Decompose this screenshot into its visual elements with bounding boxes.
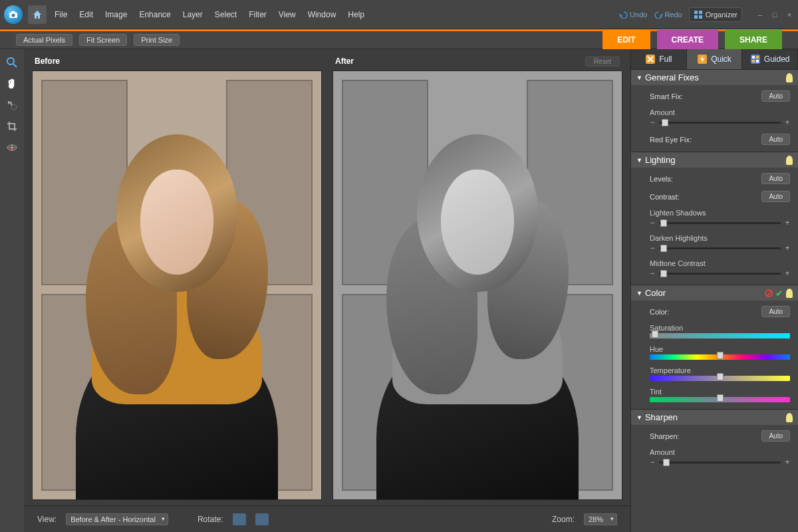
menu-filter[interactable]: Filter xyxy=(249,10,267,19)
menu-help[interactable]: Help xyxy=(348,10,364,19)
saturation-slider[interactable] xyxy=(650,333,790,338)
print-size-button[interactable]: Print Size xyxy=(134,34,180,46)
organizer-button[interactable]: Organizer xyxy=(689,7,742,22)
svg-rect-3 xyxy=(694,11,698,14)
hand-tool[interactable] xyxy=(5,77,19,90)
section-color[interactable]: ▼Color ✔ xyxy=(631,285,798,301)
smart-fix-label: Smart Fix: xyxy=(650,92,683,100)
tab-quick[interactable]: Quick xyxy=(687,49,743,69)
canvas-footer: View: Before & After - Horizontal Rotate… xyxy=(24,505,630,532)
svg-rect-19 xyxy=(752,60,755,63)
grid-icon xyxy=(694,10,703,19)
midtone-contrast-slider[interactable] xyxy=(659,273,781,275)
menu-edit[interactable]: Edit xyxy=(79,10,93,19)
minimize-button[interactable]: – xyxy=(755,11,765,19)
contrast-auto-button[interactable]: Auto xyxy=(761,191,790,202)
cancel-icon[interactable] xyxy=(765,289,773,297)
menu-image[interactable]: Image xyxy=(105,10,127,19)
contrast-label: Contrast: xyxy=(650,193,680,201)
home-button[interactable] xyxy=(28,5,47,24)
tint-slider[interactable] xyxy=(650,397,790,402)
section-sharpen[interactable]: ▼Sharpen xyxy=(631,409,798,425)
svg-rect-20 xyxy=(756,60,759,63)
close-button[interactable]: × xyxy=(785,11,794,19)
guided-icon xyxy=(750,54,761,65)
zoom-dropdown[interactable]: 28% xyxy=(584,513,617,525)
smart-fix-auto-button[interactable]: Auto xyxy=(761,90,790,102)
sharpen-amount-slider[interactable] xyxy=(659,462,781,464)
svg-point-7 xyxy=(7,58,14,65)
toolbox xyxy=(0,49,24,532)
svg-rect-17 xyxy=(752,56,755,59)
color-auto-button[interactable]: Auto xyxy=(761,306,790,317)
rotate-label: Rotate: xyxy=(198,515,223,524)
redo-button[interactable]: Redo xyxy=(654,11,682,19)
mode-tab-create[interactable]: CREATE xyxy=(657,30,718,50)
fit-screen-button[interactable]: Fit Screen xyxy=(79,34,127,46)
section-lighting[interactable]: ▼Lighting xyxy=(631,152,798,168)
redeye-tool[interactable] xyxy=(5,141,19,154)
amount-label: Amount xyxy=(650,108,790,116)
lightbulb-icon[interactable] xyxy=(786,289,793,298)
before-label: Before xyxy=(35,57,60,66)
workspace: Before After Reset xyxy=(0,49,798,532)
view-tabs: Full Quick Guided xyxy=(631,49,798,69)
zoom-tool[interactable] xyxy=(5,56,19,69)
red-eye-auto-button[interactable]: Auto xyxy=(761,134,790,145)
menu-bar: File Edit Image Enhance Layer Select Fil… xyxy=(55,10,619,19)
section-general-fixes[interactable]: ▼General Fixes xyxy=(631,69,798,85)
svg-line-8 xyxy=(13,64,17,67)
before-image[interactable] xyxy=(32,70,322,500)
after-panel: After Reset xyxy=(332,55,622,500)
menu-view[interactable]: View xyxy=(279,10,296,19)
reset-button[interactable]: Reset xyxy=(585,57,620,66)
menu-layer[interactable]: Layer xyxy=(183,10,203,19)
levels-auto-button[interactable]: Auto xyxy=(761,173,790,184)
svg-point-1 xyxy=(12,13,15,17)
option-bar: Actual Pixels Fit Screen Print Size EDIT… xyxy=(0,29,798,49)
mode-tab-edit[interactable]: EDIT xyxy=(602,30,650,50)
view-label: View: xyxy=(37,515,57,524)
titlebar-right: Undo Redo Organizer – □ × xyxy=(619,7,794,22)
menu-enhance[interactable]: Enhance xyxy=(139,10,170,19)
rotate-cw-button[interactable] xyxy=(255,513,269,525)
mode-tab-share[interactable]: SHARE xyxy=(725,30,782,50)
zoom-label: Zoom: xyxy=(552,515,575,524)
smart-fix-amount-slider[interactable] xyxy=(659,122,781,124)
levels-label: Levels: xyxy=(650,175,673,183)
view-dropdown[interactable]: Before & After - Horizontal xyxy=(66,513,168,525)
menu-window[interactable]: Window xyxy=(308,10,336,19)
lightbulb-icon[interactable] xyxy=(786,73,793,82)
after-image[interactable] xyxy=(332,70,622,500)
menu-file[interactable]: File xyxy=(55,10,67,19)
svg-rect-2 xyxy=(11,11,15,13)
right-panel: Full Quick Guided ▼General Fixes Smart F… xyxy=(630,49,798,532)
quick-icon xyxy=(697,54,708,65)
lightbulb-icon[interactable] xyxy=(786,413,793,422)
titlebar: File Edit Image Enhance Layer Select Fil… xyxy=(0,0,798,29)
svg-rect-18 xyxy=(756,56,759,59)
full-icon xyxy=(645,54,656,65)
undo-button[interactable]: Undo xyxy=(619,11,647,19)
commit-icon[interactable]: ✔ xyxy=(775,288,783,299)
crop-tool[interactable] xyxy=(5,120,19,133)
actual-pixels-button[interactable]: Actual Pixels xyxy=(16,34,72,46)
temperature-slider[interactable] xyxy=(650,376,790,381)
lighten-shadows-slider[interactable] xyxy=(659,222,781,224)
canvas-area: Before After Reset xyxy=(24,49,630,532)
lightbulb-icon[interactable] xyxy=(786,156,793,165)
hue-slider[interactable] xyxy=(650,354,790,360)
red-eye-label: Red Eye Fix: xyxy=(650,136,692,144)
svg-rect-5 xyxy=(694,15,698,19)
sharpen-auto-button[interactable]: Auto xyxy=(761,430,790,442)
window-controls: – □ × xyxy=(755,11,794,19)
tab-guided[interactable]: Guided xyxy=(742,49,798,69)
quick-select-tool[interactable] xyxy=(5,98,19,112)
tab-full[interactable]: Full xyxy=(631,49,687,69)
menu-select[interactable]: Select xyxy=(215,10,237,19)
darken-highlights-slider[interactable] xyxy=(659,247,781,249)
rotate-ccw-button[interactable] xyxy=(233,513,246,525)
maximize-button[interactable]: □ xyxy=(770,11,779,19)
svg-point-9 xyxy=(11,104,17,110)
color-label: Color: xyxy=(650,308,669,316)
